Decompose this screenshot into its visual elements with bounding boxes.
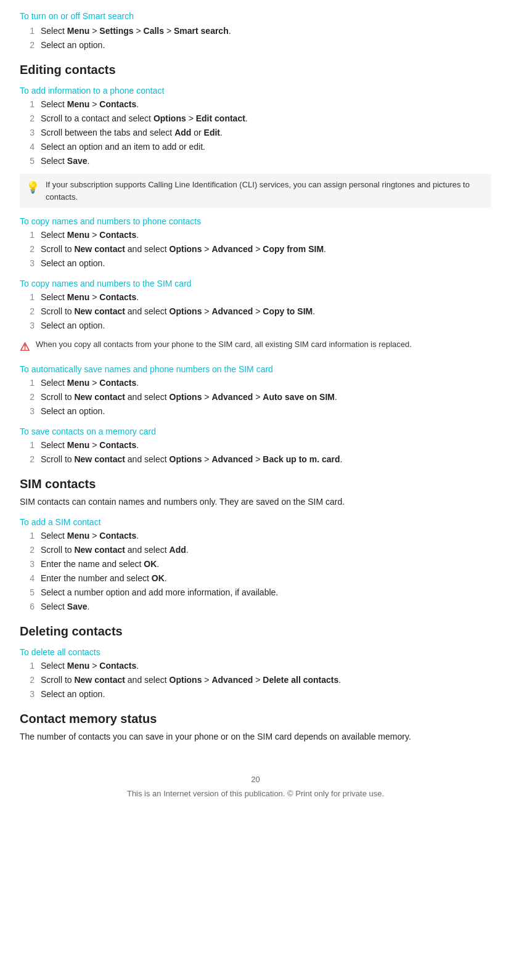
list-item: 4Enter the number and select OK. [20, 572, 491, 585]
smart-search-link: To turn on or off Smart search [20, 11, 491, 21]
contact-memory-status-heading: Contact memory status [20, 712, 491, 726]
footnote: This is an Internet version of this publ… [20, 789, 491, 798]
contact-memory-status-description: The number of contacts you can save in y… [20, 730, 491, 743]
sim-replace-warning-text: When you copy all contacts from your pho… [36, 338, 412, 351]
editing-contacts-heading: Editing contacts [20, 63, 491, 77]
list-item: 1Select Menu > Contacts. [20, 439, 491, 452]
list-item: 1Select Menu > Contacts. [20, 291, 491, 304]
list-item: 1 Select Menu > Settings > Calls > Smart… [20, 25, 491, 38]
add-sim-contact-subsection: To add a SIM contact 1Select Menu > Cont… [20, 517, 491, 613]
list-item: 2Scroll to New contact and select Option… [20, 391, 491, 404]
page-footer: 20 This is an Internet version of this p… [20, 769, 491, 798]
list-item: 2Scroll to New contact and select Add. [20, 544, 491, 557]
auto-save-sim-heading: To automatically save names and phone nu… [20, 364, 491, 374]
copy-to-phone-steps: 1Select Menu > Contacts. 2Scroll to New … [20, 229, 491, 270]
deleting-contacts-section: Deleting contacts To delete all contacts… [20, 624, 491, 701]
list-item: 2 Select an option. [20, 39, 491, 52]
save-memory-card-steps: 1Select Menu > Contacts. 2Scroll to New … [20, 439, 491, 466]
auto-save-sim-steps: 1Select Menu > Contacts. 2Scroll to New … [20, 377, 491, 418]
smart-search-steps: 1 Select Menu > Settings > Calls > Smart… [20, 25, 491, 52]
list-item: 2Scroll to New contact and select Option… [20, 674, 491, 687]
add-info-subsection: To add information to a phone contact 1S… [20, 86, 491, 208]
list-item: 5Select Save. [20, 155, 491, 168]
cli-note: 💡 If your subscription supports Calling … [20, 174, 491, 208]
list-item: 2Scroll to a contact and select Options … [20, 112, 491, 125]
list-item: 2Scroll to New contact and select Option… [20, 453, 491, 466]
copy-to-sim-steps: 1Select Menu > Contacts. 2Scroll to New … [20, 291, 491, 332]
list-item: 5Select a number option and add more inf… [20, 586, 491, 599]
page-number: 20 [20, 775, 491, 784]
auto-save-sim-subsection: To automatically save names and phone nu… [20, 364, 491, 418]
copy-to-phone-heading: To copy names and numbers to phone conta… [20, 216, 491, 226]
list-item: 1Select Menu > Contacts. [20, 529, 491, 542]
copy-to-sim-heading: To copy names and numbers to the SIM car… [20, 279, 491, 288]
sim-contacts-heading: SIM contacts [20, 477, 491, 491]
list-item: 2Scroll to New contact and select Option… [20, 243, 491, 256]
list-item: 3Select an option. [20, 257, 491, 270]
save-memory-card-heading: To save contacts on a memory card [20, 427, 491, 436]
delete-all-subsection: To delete all contacts 1Select Menu > Co… [20, 647, 491, 701]
list-item: 3Scroll between the tabs and select Add … [20, 126, 491, 139]
list-item: 1Select Menu > Contacts. [20, 377, 491, 390]
list-item: 6Select Save. [20, 600, 491, 613]
list-item: 3Enter the name and select OK. [20, 558, 491, 571]
list-item: 3Select an option. [20, 319, 491, 332]
list-item: 3Select an option. [20, 688, 491, 701]
copy-to-phone-subsection: To copy names and numbers to phone conta… [20, 216, 491, 270]
top-section: To turn on or off Smart search 1 Select … [20, 11, 491, 52]
sim-contacts-description: SIM contacts can contain names and numbe… [20, 495, 491, 508]
delete-all-heading: To delete all contacts [20, 647, 491, 657]
list-item: 1Select Menu > Contacts. [20, 659, 491, 672]
contact-memory-status-section: Contact memory status The number of cont… [20, 712, 491, 743]
cli-note-text: If your subscription supports Calling Li… [46, 179, 485, 203]
add-info-heading: To add information to a phone contact [20, 86, 491, 96]
editing-contacts-section: Editing contacts To add information to a… [20, 63, 491, 466]
delete-all-steps: 1Select Menu > Contacts. 2Scroll to New … [20, 659, 491, 701]
list-item: 1Select Menu > Contacts. [20, 229, 491, 242]
save-memory-card-subsection: To save contacts on a memory card 1Selec… [20, 427, 491, 466]
add-info-steps: 1Select Menu > Contacts. 2Scroll to a co… [20, 98, 491, 168]
list-item: 2Scroll to New contact and select Option… [20, 305, 491, 318]
sim-replace-warning: ⚠ When you copy all contacts from your p… [20, 338, 491, 356]
copy-to-sim-subsection: To copy names and numbers to the SIM car… [20, 279, 491, 356]
add-sim-contact-heading: To add a SIM contact [20, 517, 491, 527]
list-item: 1Select Menu > Contacts. [20, 98, 491, 111]
lightbulb-icon: 💡 [26, 179, 39, 196]
list-item: 4Select an option and an item to add or … [20, 141, 491, 153]
sim-contacts-section: SIM contacts SIM contacts can contain na… [20, 477, 491, 613]
warning-icon: ⚠ [20, 339, 30, 356]
deleting-contacts-heading: Deleting contacts [20, 624, 491, 639]
list-item: 3Select an option. [20, 405, 491, 418]
add-sim-contact-steps: 1Select Menu > Contacts. 2Scroll to New … [20, 529, 491, 613]
